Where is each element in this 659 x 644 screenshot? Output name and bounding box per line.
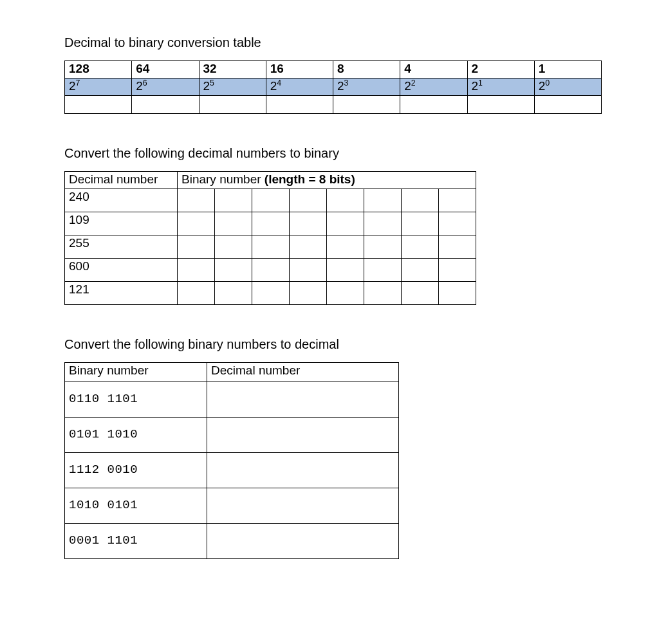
table-row: 1112 0010 <box>65 453 399 488</box>
bit-cell <box>290 259 327 282</box>
conv-empty-cell <box>467 96 534 114</box>
binary-cell: 0110 1101 <box>65 382 207 418</box>
header-binary: Binary number <box>65 363 207 382</box>
bit-cell <box>252 189 290 212</box>
bit-cell <box>402 282 439 305</box>
conv-power-cell: 27 <box>65 78 132 96</box>
decimal-cell <box>207 382 399 418</box>
conv-empty-cell <box>400 96 467 114</box>
section1-title: Decimal to binary conversion table <box>64 35 608 50</box>
conv-power-cell: 21 <box>467 78 534 96</box>
conv-empty-cell <box>65 96 132 114</box>
bit-cell <box>290 282 327 305</box>
section-conversion-table: Decimal to binary conversion table 128 6… <box>64 35 608 114</box>
section3-title: Convert the following binary numbers to … <box>64 337 608 352</box>
bit-cell <box>290 235 327 259</box>
bit-cell <box>327 189 364 212</box>
decimal-cell: 121 <box>65 282 178 305</box>
table-row: 1010 0101 <box>65 488 399 524</box>
conv-value-cell: 128 <box>65 61 132 78</box>
conv-power-cell: 20 <box>534 78 601 96</box>
header-decimal: Decimal number <box>65 172 178 189</box>
bit-cell <box>402 212 439 235</box>
bit-cell <box>215 189 252 212</box>
conv-value-cell: 2 <box>467 61 534 78</box>
bit-cell <box>215 235 252 259</box>
bit-cell <box>215 259 252 282</box>
bit-cell <box>327 212 364 235</box>
bit-cell <box>439 235 476 259</box>
conv-value-cell: 16 <box>266 61 333 78</box>
bit-cell <box>402 259 439 282</box>
bit-cell <box>327 282 364 305</box>
bit-cell <box>327 235 364 259</box>
table-row: 0101 1010 <box>65 418 399 453</box>
bit-cell <box>364 282 402 305</box>
decimal-cell: 109 <box>65 212 178 235</box>
section-dec-to-bin: Convert the following decimal numbers to… <box>64 146 608 305</box>
bit-cell <box>364 189 402 212</box>
conv-power-cell: 22 <box>400 78 467 96</box>
bit-cell <box>178 189 215 212</box>
bit-cell <box>252 212 290 235</box>
decimal-cell <box>207 488 399 524</box>
bit-cell <box>439 259 476 282</box>
conv-empty-cell <box>534 96 601 114</box>
conv-power-cell: 25 <box>199 78 266 96</box>
binary-cell: 1010 0101 <box>65 488 207 524</box>
decimal-cell: 240 <box>65 189 178 212</box>
binary-cell: 0001 1101 <box>65 524 207 559</box>
conversion-table-powers-row: 27 26 25 24 23 22 21 20 <box>65 78 602 96</box>
bit-cell <box>364 212 402 235</box>
conv-value-cell: 8 <box>333 61 400 78</box>
decimal-cell <box>207 524 399 559</box>
header-decimal: Decimal number <box>207 363 399 382</box>
table-row: 255 <box>65 235 476 259</box>
bit-cell <box>439 282 476 305</box>
section2-title: Convert the following decimal numbers to… <box>64 146 608 161</box>
conv-empty-cell <box>333 96 400 114</box>
table-row: 109 <box>65 212 476 235</box>
table-row: 600 <box>65 259 476 282</box>
bit-cell <box>364 259 402 282</box>
bit-cell <box>402 189 439 212</box>
table-row: 121 <box>65 282 476 305</box>
conv-empty-cell <box>199 96 266 114</box>
bit-cell <box>178 282 215 305</box>
bin-to-dec-table: Binary number Decimal number 0110 1101 0… <box>64 362 399 559</box>
conv-power-cell: 26 <box>132 78 199 96</box>
dec-to-bin-table: Decimal number Binary number (length = 8… <box>64 171 476 305</box>
bit-cell <box>252 259 290 282</box>
conv-value-cell: 32 <box>199 61 266 78</box>
conv-value-cell: 1 <box>534 61 601 78</box>
table-row: 0110 1101 <box>65 382 399 418</box>
bin-to-dec-header-row: Binary number Decimal number <box>65 363 399 382</box>
bit-cell <box>364 235 402 259</box>
bit-cell <box>290 189 327 212</box>
section-bin-to-dec: Convert the following binary numbers to … <box>64 337 608 559</box>
bit-cell <box>402 235 439 259</box>
bit-cell <box>252 282 290 305</box>
bit-cell <box>439 212 476 235</box>
conv-empty-cell <box>266 96 333 114</box>
bit-cell <box>215 282 252 305</box>
bit-cell <box>290 212 327 235</box>
table-row: 0001 1101 <box>65 524 399 559</box>
bit-cell <box>178 235 215 259</box>
table-row: 240 <box>65 189 476 212</box>
bit-cell <box>439 189 476 212</box>
decimal-cell <box>207 453 399 488</box>
conversion-table-values-row: 128 64 32 16 8 4 2 1 <box>65 61 602 78</box>
binary-cell: 1112 0010 <box>65 453 207 488</box>
conv-value-cell: 64 <box>132 61 199 78</box>
conv-value-cell: 4 <box>400 61 467 78</box>
conv-power-cell: 24 <box>266 78 333 96</box>
conversion-table-empty-row <box>65 96 602 114</box>
bit-cell <box>215 212 252 235</box>
decimal-cell <box>207 418 399 453</box>
binary-cell: 0101 1010 <box>65 418 207 453</box>
conversion-table: 128 64 32 16 8 4 2 1 27 26 25 24 23 22 2… <box>64 60 602 114</box>
bit-cell <box>327 259 364 282</box>
header-binary: Binary number (length = 8 bits) <box>178 172 476 189</box>
bit-cell <box>178 259 215 282</box>
